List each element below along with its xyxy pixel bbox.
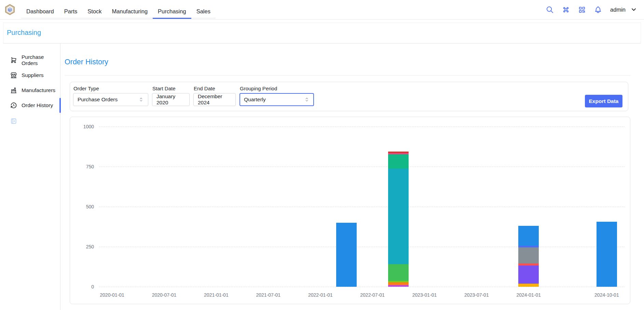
bar-segment[interactable]: [388, 281, 409, 282]
x-axis-tick-label: 2023-01-01: [403, 292, 446, 298]
x-axis-tick-label: 2022-07-01: [351, 292, 394, 298]
bar-segment[interactable]: [597, 222, 617, 287]
page-title: Order History: [65, 58, 644, 66]
bar-segment[interactable]: [518, 246, 539, 247]
bar-segment[interactable]: [388, 153, 409, 154]
x-axis-tick-label: 2023-07-01: [455, 292, 498, 298]
start-date-value: January 2020: [156, 93, 185, 106]
start-date-input[interactable]: January 2020: [152, 93, 190, 106]
grouping-period-field: Grouping Period Quarterly: [239, 86, 314, 107]
main-nav-tabs: Dashboard Parts Stock Manufacturing Purc…: [21, 3, 216, 18]
tab-manufacturing[interactable]: Manufacturing: [107, 5, 153, 19]
factory-icon: [10, 87, 17, 94]
bar-segment[interactable]: [388, 154, 409, 169]
chevron-selector-icon: [138, 97, 144, 102]
x-axis-tick-label: 2020-07-01: [143, 292, 186, 298]
x-axis-tick-label: 2022-01-01: [299, 292, 342, 298]
grouping-period-label: Grouping Period: [239, 86, 314, 91]
sidebar-item-suppliers[interactable]: Suppliers: [0, 68, 60, 83]
x-axis-tick-label: 2024-10-01: [586, 292, 628, 298]
sidebar-item-label: Suppliers: [22, 72, 44, 78]
export-wrap: Export Data: [585, 95, 622, 107]
title-divider: [65, 75, 630, 76]
tab-dashboard[interactable]: Dashboard: [21, 5, 59, 19]
sidebar-item-label: Order History: [22, 102, 53, 108]
history-clock-icon: [10, 102, 17, 109]
user-menu[interactable]: admin: [610, 6, 637, 13]
y-axis-tick-label: 250: [70, 244, 94, 250]
start-date-label: Start Date: [152, 86, 190, 91]
main-content: Order History Order Type Purchase Orders…: [60, 43, 644, 310]
order-type-value: Purchase Orders: [78, 96, 118, 103]
sidebar-item-label: Manufacturers: [22, 87, 55, 93]
y-axis-tick-label: 0: [70, 284, 94, 290]
search-icon[interactable]: [546, 6, 554, 14]
bar-segment[interactable]: [388, 264, 409, 281]
bar-segment[interactable]: [388, 282, 409, 285]
y-gridline: [99, 127, 625, 127]
tab-parts[interactable]: Parts: [59, 5, 83, 19]
x-axis-tick-label: 2021-01-01: [195, 292, 237, 298]
grouping-period-select[interactable]: Quarterly: [239, 93, 314, 106]
command-icon[interactable]: [562, 6, 570, 14]
y-gridline: [99, 287, 625, 287]
inventree-logo-icon[interactable]: [4, 4, 16, 15]
y-gridline: [99, 247, 625, 247]
end-date-field: End Date December 2024: [193, 86, 236, 107]
bar-segment[interactable]: [518, 284, 539, 287]
bar-segment[interactable]: [388, 169, 409, 264]
x-axis-tick-label: 2021-07-01: [247, 292, 289, 298]
order-type-field: Order Type Purchase Orders: [73, 86, 148, 107]
order-type-label: Order Type: [73, 86, 148, 91]
bar-segment[interactable]: [388, 152, 409, 153]
end-date-label: End Date: [193, 86, 236, 91]
y-axis-tick-label: 1000: [70, 124, 94, 130]
sidebar-item-manufacturers[interactable]: Manufacturers: [0, 83, 60, 98]
bell-icon[interactable]: [594, 6, 602, 14]
sidebar-item-order-history[interactable]: Order History: [0, 98, 60, 113]
sidebar-item-purchase-orders[interactable]: Purchase Orders: [0, 53, 60, 68]
tab-purchasing[interactable]: Purchasing: [153, 5, 191, 19]
grouping-period-value: Quarterly: [244, 96, 266, 103]
y-gridline: [99, 207, 625, 207]
qrcode-scan-icon[interactable]: [578, 6, 586, 14]
sidebar: Purchase Orders Suppliers Manufacturers …: [0, 43, 60, 310]
breadcrumb-purchasing[interactable]: Purchasing: [7, 29, 41, 36]
bar-segment[interactable]: [518, 226, 539, 246]
storefront-icon: [10, 72, 17, 79]
header-actions: admin: [546, 6, 637, 14]
bar-segment[interactable]: [388, 285, 409, 287]
bar-segment[interactable]: [518, 263, 539, 266]
filter-panel: Order Type Purchase Orders Start Date Ja…: [70, 82, 628, 111]
y-axis-tick-label: 500: [70, 204, 94, 210]
top-navbar: Dashboard Parts Stock Manufacturing Purc…: [0, 0, 644, 20]
y-gridline: [99, 167, 625, 167]
tab-stock[interactable]: Stock: [82, 5, 107, 19]
x-axis-tick-label: 2020-01-01: [91, 292, 133, 298]
start-date-field: Start Date January 2020: [152, 86, 190, 107]
order-history-chart: 025050075010002020-01-012020-07-012021-0…: [70, 117, 630, 304]
sidebar-item-label: Purchase Orders: [22, 54, 60, 66]
end-date-value: December 2024: [198, 93, 231, 106]
order-type-select[interactable]: Purchase Orders: [73, 93, 148, 106]
x-axis-tick-label: 2024-01-01: [507, 292, 550, 298]
export-data-button[interactable]: Export Data: [585, 95, 622, 107]
chevron-selector-icon: [304, 97, 310, 102]
tab-sales[interactable]: Sales: [191, 5, 216, 19]
bar-segment[interactable]: [518, 247, 539, 263]
end-date-input[interactable]: December 2024: [193, 93, 236, 106]
bar-segment[interactable]: [336, 223, 357, 287]
bar-segment[interactable]: [518, 266, 539, 284]
y-axis-tick-label: 750: [70, 164, 94, 170]
breadcrumb-panel: Purchasing: [3, 23, 641, 43]
sidebar-collapse-icon[interactable]: [10, 118, 17, 125]
chevron-down-icon: [630, 6, 637, 13]
username-label: admin: [610, 7, 626, 13]
shopping-cart-icon: [10, 57, 17, 64]
